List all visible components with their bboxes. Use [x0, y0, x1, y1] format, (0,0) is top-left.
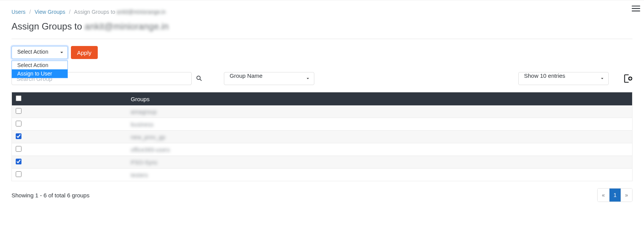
group-filter-select[interactable]: Group Name	[224, 72, 314, 85]
breadcrumb-current-prefix: Assign Groups to	[74, 9, 115, 15]
select-action-options: Select Action Assign to User	[12, 61, 68, 78]
breadcrumb-current: Assign Groups to ankit@miniorange.in	[74, 9, 166, 15]
divider	[12, 39, 632, 39]
row-checkbox[interactable]	[16, 121, 21, 126]
pager-prev[interactable]: «	[598, 189, 609, 202]
group-name: testers	[131, 172, 148, 178]
table-row: amagroup	[12, 105, 632, 118]
showing-text: Showing 1 - 6 of total 6 groups	[12, 192, 89, 198]
svg-line-4	[200, 79, 202, 80]
group-name: new_prov_gp	[131, 134, 165, 140]
svg-rect-2	[632, 11, 640, 11]
table-row: office365-users	[12, 143, 632, 156]
group-name: office365-users	[131, 146, 170, 153]
breadcrumb-sep: /	[69, 9, 71, 15]
breadcrumb-sep: /	[29, 9, 31, 15]
pager-page-1[interactable]: 1	[609, 189, 621, 202]
select-action-dropdown[interactable]: Select Action	[12, 46, 68, 59]
select-all-checkbox[interactable]	[16, 95, 21, 101]
group-name: business	[131, 121, 153, 128]
select-action-option[interactable]: Assign to User	[12, 69, 67, 78]
hamburger-menu-icon[interactable]	[632, 4, 641, 13]
group-name: PSO-Sync	[131, 159, 158, 166]
select-action-option[interactable]: Select Action	[12, 61, 67, 69]
page-title-user: ankit@miniorange.in	[85, 21, 169, 31]
row-checkbox[interactable]	[16, 159, 21, 164]
row-checkbox[interactable]	[16, 108, 21, 114]
svg-rect-1	[632, 8, 640, 9]
table-row: business	[12, 118, 632, 131]
breadcrumb: Users / View Groups / Assign Groups to a…	[12, 0, 632, 17]
svg-rect-0	[632, 6, 640, 7]
pager-next[interactable]: »	[621, 189, 632, 202]
group-name: amagroup	[131, 108, 157, 115]
svg-point-3	[197, 76, 200, 79]
page-title-prefix: Assign Groups to	[12, 21, 82, 31]
groups-table: Groups amagroupbusinessnew_prov_gpoffice…	[12, 92, 632, 181]
table-header-groups: Groups	[127, 92, 632, 105]
row-checkbox[interactable]	[16, 171, 21, 177]
entries-filter-select[interactable]: Show 10 entries	[518, 72, 609, 85]
search-icon[interactable]	[196, 75, 202, 83]
row-checkbox[interactable]	[16, 133, 21, 139]
table-row: new_prov_gp	[12, 131, 632, 143]
page-title: Assign Groups to ankit@miniorange.in	[12, 21, 632, 32]
breadcrumb-users[interactable]: Users	[12, 9, 26, 15]
export-icon[interactable]	[623, 74, 632, 84]
breadcrumb-current-user: ankit@miniorange.in	[117, 9, 166, 15]
table-row: testers	[12, 169, 632, 181]
row-checkbox[interactable]	[16, 146, 21, 152]
table-row: PSO-Sync	[12, 156, 632, 169]
breadcrumb-view-groups[interactable]: View Groups	[34, 9, 65, 15]
pagination: « 1 »	[597, 188, 632, 202]
table-header-checkbox	[12, 92, 127, 105]
apply-button[interactable]: Apply	[71, 46, 98, 59]
